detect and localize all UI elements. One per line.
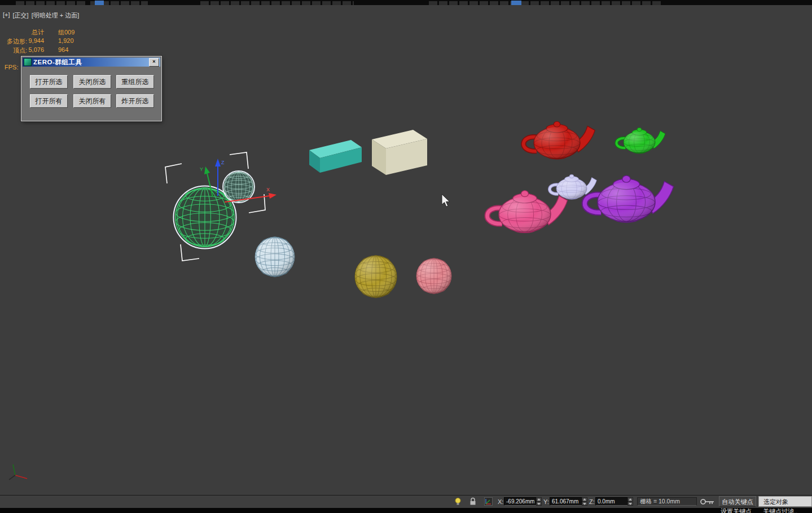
box-beige[interactable] xyxy=(372,130,427,175)
teapot-pink[interactable] xyxy=(487,191,567,233)
box-teal[interactable] xyxy=(309,140,362,173)
toolbar-active-icon[interactable] xyxy=(511,1,521,5)
stats-column-total: 总计 xyxy=(28,28,44,37)
selection-set-dropdown[interactable]: 选定对象 xyxy=(758,496,812,507)
key-filter-button[interactable]: 关键点过滤.. xyxy=(763,508,797,513)
viewport-label: [+] [正交] [明暗处理 + 边面] xyxy=(3,11,79,20)
open-selected-button[interactable]: 打开所选 xyxy=(30,75,68,89)
toolbar-icons-segment[interactable] xyxy=(16,1,86,5)
x-spinner[interactable] xyxy=(536,497,542,506)
dialog-title: ZERO-群组工具 xyxy=(33,58,147,67)
toolbar-active-icon[interactable] xyxy=(95,1,104,5)
y-spinner[interactable] xyxy=(582,497,587,506)
y-coord-input[interactable] xyxy=(550,497,582,506)
close-selected-button[interactable]: 关闭所选 xyxy=(73,75,111,89)
application-window: Z Y X [+] [正交] [明暗处理 + 边面] 总计 组009 多边形: … xyxy=(0,0,812,513)
sphere-yellow[interactable] xyxy=(355,256,397,297)
teapot-green[interactable] xyxy=(617,128,665,154)
toolbar-icons-segment[interactable] xyxy=(200,1,354,5)
grid-size-field[interactable]: 栅格 = 10.0mm xyxy=(637,497,697,506)
stats-polygons-group: 1,920 xyxy=(58,37,74,44)
open-all-button[interactable]: 打开所有 xyxy=(30,94,68,108)
regroup-selected-button[interactable]: 重组所选 xyxy=(116,75,154,89)
z-coord-input[interactable] xyxy=(595,497,628,506)
status-bar: X: Y: Z: 栅格 = 10.0mm 自动关键点 选定对象 xyxy=(0,495,812,508)
stats-vertices-group: 964 xyxy=(58,46,68,53)
x-coord-label: X: xyxy=(498,498,503,505)
sphere-green-small[interactable] xyxy=(223,171,254,203)
x-coord-input[interactable] xyxy=(504,497,537,506)
toolbar-icons-segment[interactable] xyxy=(429,1,661,5)
stats-column-group: 组009 xyxy=(58,28,74,37)
dialog-titlebar[interactable]: ZERO-群组工具 × xyxy=(23,58,160,67)
z-coord-label: Z: xyxy=(589,498,595,505)
stats-vertices-total: 5,076 xyxy=(28,46,44,53)
gizmo-y-label: Y xyxy=(200,166,203,172)
viewport-menu-general[interactable]: [+] xyxy=(3,11,10,20)
gizmo-x-label: X xyxy=(266,187,270,192)
lightbulb-icon[interactable] xyxy=(454,497,462,506)
auto-key-button[interactable]: 自动关键点 xyxy=(719,496,756,507)
viewport-menu-shading[interactable]: [明暗处理 + 边面] xyxy=(32,11,80,20)
viewport-menu-pov[interactable]: [正交] xyxy=(13,11,29,20)
world-axis-tripod xyxy=(9,464,27,480)
close-icon[interactable]: × xyxy=(149,58,159,67)
dialog-icon xyxy=(24,58,32,66)
y-coord-label: Y: xyxy=(543,498,549,505)
sphere-pink[interactable] xyxy=(416,258,451,293)
explode-selected-button[interactable]: 炸开所选 xyxy=(116,94,154,108)
key-icon[interactable] xyxy=(700,498,716,506)
gizmo-z-label: Z xyxy=(221,160,225,165)
close-all-button[interactable]: 关闭所有 xyxy=(73,94,111,108)
mouse-cursor xyxy=(442,194,450,207)
stats-fps-label: FPS: xyxy=(5,64,18,71)
bottom-clipped-row: 设置关键点 关键点过滤.. xyxy=(0,508,812,513)
main-toolbar[interactable] xyxy=(0,0,812,5)
teapot-red[interactable] xyxy=(524,121,595,159)
axis-mode-icon[interactable] xyxy=(484,497,493,506)
teapot-purple[interactable] xyxy=(585,176,673,223)
z-spinner[interactable] xyxy=(627,497,633,506)
group-tool-dialog: ZERO-群组工具 × 打开所选 关闭所选 重组所选 打开所有 关闭所有 炸开所… xyxy=(21,56,161,121)
set-key-button[interactable]: 设置关键点 xyxy=(721,508,752,513)
stats-polygons-label: 多边形: xyxy=(2,37,27,46)
stats-polygons-total: 9,944 xyxy=(28,37,44,44)
lock-icon[interactable] xyxy=(469,497,476,506)
sphere-blue[interactable] xyxy=(255,237,295,277)
stats-vertices-label: 顶点: xyxy=(2,46,27,55)
